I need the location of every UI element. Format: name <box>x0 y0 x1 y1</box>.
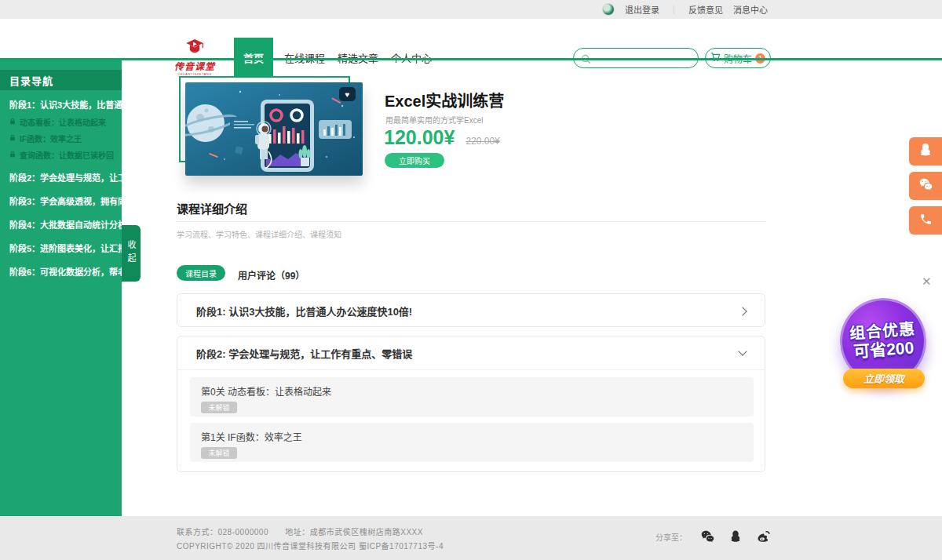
sidebar-title: 目录导航 <box>0 70 122 90</box>
lock-icon <box>9 151 16 159</box>
course-cover-image[interactable] <box>185 82 363 176</box>
favorite-button[interactable]: ♥ <box>339 87 356 101</box>
header: 传音课堂 CHUANYINKETANG 首页 在线课程 精选文章 个人中心 搜索… <box>0 19 942 58</box>
sidebar-lesson-1[interactable]: IF函数：效率之王 <box>0 130 122 147</box>
phone-icon <box>919 213 933 229</box>
logo-cap-icon <box>184 39 205 58</box>
promo-claim-button[interactable]: 立即领取 <box>843 369 925 388</box>
main-nav: 首页 在线课程 精选文章 个人中心 <box>234 38 443 77</box>
footer-contact: 联系方式：028-0000000 <box>177 528 268 536</box>
original-price: 220.00¥ <box>466 136 499 147</box>
topbar: 退出登录 ｜ 反馈意见 消息中心 <box>0 0 942 19</box>
accordion-stage1: 阶段1: 认识3大技能，比普通人办公速度快10倍! <box>177 293 765 327</box>
current-price: 120.00¥ <box>384 126 455 149</box>
nav-online-courses[interactable]: 在线课程 <box>283 38 327 77</box>
sidebar-item-stage1[interactable]: 阶段1：认识3大技能，比普通人... <box>0 95 122 114</box>
nav-home[interactable]: 首页 <box>234 38 273 77</box>
detail-summary: 学习流程、学习特色、课程详细介绍、课程须知 <box>177 228 341 240</box>
lock-icon <box>9 134 16 143</box>
accordion-stage1-header[interactable]: 阶段1: 认识3大技能，比普通人办公速度快10倍! <box>177 294 765 328</box>
sidebar-item-stage3[interactable]: 阶段3：学会高级透视，拥有同时... <box>0 191 122 210</box>
sidebar-item-stage4[interactable]: 阶段4：大批数据自动统计分析，... <box>0 215 122 234</box>
accordion-stage2: 阶段2: 学会处理与规范，让工作有重点、零错误 第0关 动态看板：让表格动起来 … <box>177 336 765 472</box>
footer-copyright: COPYRIGHT© 2020 四川传音课堂科技有限公司 蜀ICP备170177… <box>177 540 444 551</box>
course-subtitle: 用最简单实用的方式学Excel <box>385 114 483 125</box>
lock-status-badge: 未解锁 <box>201 447 237 459</box>
tab-course-catalog[interactable]: 课程目录 <box>177 265 225 281</box>
chevron-down-icon <box>137 101 144 107</box>
header-divider <box>0 58 942 60</box>
wechat-contact-button[interactable] <box>909 172 942 200</box>
logout-link[interactable]: 退出登录 <box>625 3 659 16</box>
catalog-sidebar: 目录导航 阶段1：认识3大技能，比普通人... 动态看板：让表格动起来 IF函数… <box>0 60 122 516</box>
accordion-stage2-header[interactable]: 阶段2: 学会处理与规范，让工作有重点、零错误 <box>177 336 765 370</box>
page: 退出登录 ｜ 反馈意见 消息中心 传音课堂 CHUANYINKETANG 首页 … <box>0 0 942 560</box>
chevron-right-icon <box>141 268 148 275</box>
chevron-right-icon <box>141 174 148 180</box>
nav-articles[interactable]: 精选文章 <box>336 38 380 77</box>
qq-contact-button[interactable] <box>909 137 942 165</box>
buy-now-button[interactable]: 立即购买 <box>385 153 444 168</box>
wechat-icon <box>918 177 934 195</box>
lock-icon <box>9 118 16 126</box>
search-icon <box>581 53 591 67</box>
phone-contact-button[interactable] <box>909 206 942 235</box>
detail-section-title: 课程详细介绍 <box>177 200 247 216</box>
share-label: 分享至： <box>655 531 687 543</box>
feedback-link[interactable]: 反馈意见 <box>688 3 723 16</box>
share-weibo-button[interactable] <box>755 529 772 544</box>
share-wechat-button[interactable] <box>699 529 716 544</box>
topbar-divider: ｜ <box>670 3 678 16</box>
chevron-right-icon <box>141 221 148 227</box>
footer-address: 地址：成都市武侯区槐树店南路XXXX <box>285 528 423 536</box>
lesson-row-1[interactable]: 第1关 IF函数：效率之王 未解锁 <box>190 423 754 462</box>
footer: 联系方式：028-0000000 地址：成都市武侯区槐树店南路XXXX COPY… <box>0 516 942 560</box>
messages-link[interactable]: 消息中心 <box>733 3 768 16</box>
lesson-row-0[interactable]: 第0关 动态看板：让表格动起来 未解锁 <box>190 377 754 416</box>
nav-profile[interactable]: 个人中心 <box>389 38 433 77</box>
promo-close-button[interactable]: ✕ <box>922 275 932 289</box>
sidebar-collapse-tab[interactable]: 收起 <box>122 225 141 282</box>
share-qq-button[interactable] <box>728 529 743 544</box>
sidebar-item-stage2[interactable]: 阶段2：学会处理与规范，让工作... <box>0 168 122 187</box>
sidebar-item-stage5[interactable]: 阶段5：进阶图表美化，让汇报一... <box>0 238 122 257</box>
promo-line2: 可省200 <box>853 339 915 362</box>
chevron-right-icon <box>738 307 747 315</box>
divider <box>177 221 765 222</box>
chevron-right-icon <box>141 245 148 251</box>
sidebar-item-stage6[interactable]: 阶段6：可视化数据分析，帮老板... <box>0 262 122 281</box>
chevron-down-icon <box>738 347 747 355</box>
qq-icon <box>918 142 933 161</box>
sidebar-lesson-0[interactable]: 动态看板：让表格动起来 <box>0 114 122 130</box>
chevron-right-icon <box>141 198 148 204</box>
user-avatar[interactable] <box>602 3 615 16</box>
course-title: Excel实战训练营 <box>385 89 504 111</box>
tab-user-reviews[interactable]: 用户评论（99） <box>238 268 305 282</box>
logo-title: 传音课堂 <box>174 59 215 72</box>
heart-icon: ♥ <box>345 90 350 99</box>
price-row: 120.00¥ 220.00¥ <box>384 126 500 149</box>
sidebar-lesson-2[interactable]: 查询函数：让数据已读秒回 <box>0 147 122 163</box>
lock-status-badge: 未解锁 <box>201 402 237 413</box>
